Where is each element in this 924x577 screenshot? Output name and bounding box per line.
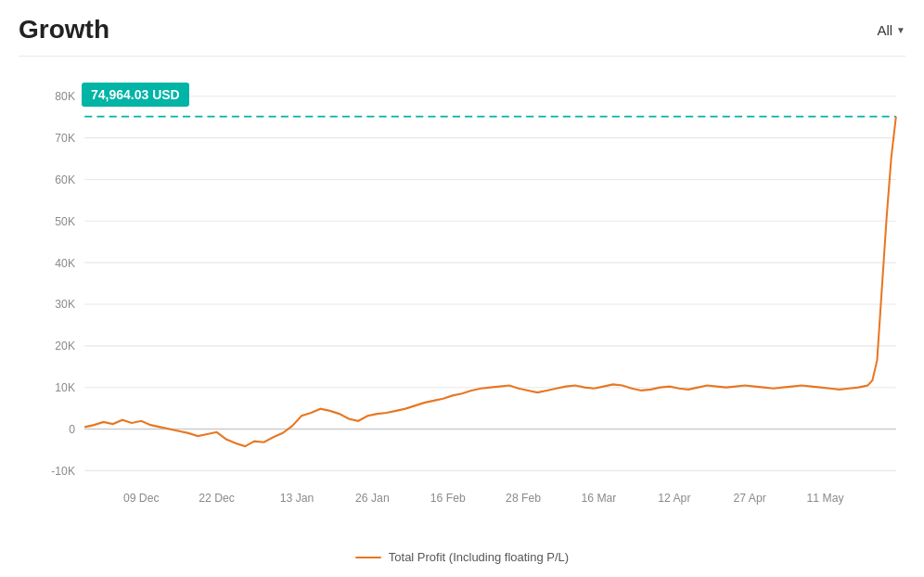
svg-text:22 Dec: 22 Dec bbox=[199, 492, 235, 505]
filter-dropdown[interactable]: All ▼ bbox=[877, 22, 905, 38]
svg-text:70K: 70K bbox=[55, 132, 75, 145]
svg-text:28 Feb: 28 Feb bbox=[506, 492, 541, 505]
growth-widget: Growth All ▼ 74,964.03 USD bbox=[0, 0, 924, 577]
svg-text:0: 0 bbox=[69, 422, 75, 435]
legend-label: Total Profit (Including floating P/L) bbox=[389, 550, 569, 564]
page-title: Growth bbox=[19, 15, 109, 45]
chart-area: 74,964.03 USD 80K 70K 60K 50K bbox=[19, 57, 905, 543]
svg-text:40K: 40K bbox=[55, 256, 75, 269]
svg-text:11 May: 11 May bbox=[807, 492, 845, 505]
svg-text:26 Jan: 26 Jan bbox=[355, 492, 390, 505]
svg-text:60K: 60K bbox=[55, 173, 75, 186]
svg-text:16 Mar: 16 Mar bbox=[582, 492, 617, 505]
svg-text:80K: 80K bbox=[55, 90, 75, 103]
svg-text:09 Dec: 09 Dec bbox=[123, 492, 160, 505]
chart-legend: Total Profit (Including floating P/L) bbox=[19, 543, 905, 568]
chevron-down-icon: ▼ bbox=[896, 25, 905, 35]
svg-text:27 Apr: 27 Apr bbox=[734, 492, 766, 505]
svg-text:12 Apr: 12 Apr bbox=[658, 492, 690, 505]
svg-text:13 Jan: 13 Jan bbox=[280, 492, 314, 505]
svg-text:20K: 20K bbox=[55, 340, 75, 353]
svg-text:50K: 50K bbox=[55, 214, 75, 227]
svg-text:30K: 30K bbox=[55, 298, 75, 311]
svg-text:16 Feb: 16 Feb bbox=[430, 492, 466, 505]
growth-chart: 80K 70K 60K 50K 40K 30K 20K 10K 0 -10K 0… bbox=[19, 66, 905, 543]
legend-color-swatch bbox=[355, 557, 381, 558]
value-tooltip: 74,964.03 USD bbox=[82, 83, 189, 107]
filter-label: All bbox=[877, 22, 892, 38]
profit-line bbox=[84, 117, 896, 446]
tooltip-value: 74,964.03 USD bbox=[91, 87, 180, 102]
chart-header: Growth All ▼ bbox=[19, 15, 905, 57]
svg-text:-10K: -10K bbox=[51, 464, 75, 477]
svg-text:10K: 10K bbox=[55, 381, 75, 394]
